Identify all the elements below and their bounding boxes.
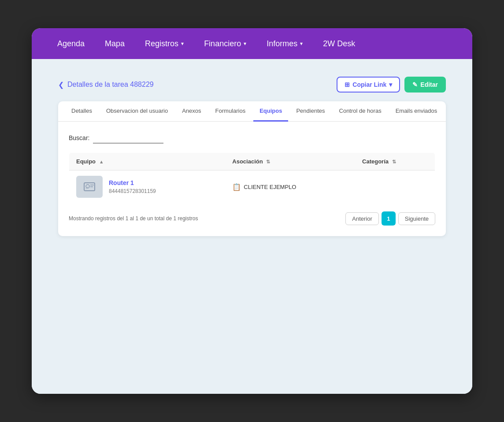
chevron-down-icon: ▾ (181, 41, 184, 47)
tab-control-horas[interactable]: Control de horas (333, 101, 388, 122)
app-window: Agenda Mapa Registros ▾ Financiero ▾ Inf… (32, 28, 472, 394)
col-categoria[interactable]: Categoría ⇅ (355, 153, 435, 170)
search-input[interactable] (93, 132, 163, 144)
equipo-cell: Router 1 8444815728301159 (69, 170, 226, 204)
sort-icon: ▲ (99, 159, 104, 164)
chevron-down-icon: ▾ (389, 81, 392, 88)
pagination-controls: Anterior 1 Siguiente (345, 211, 435, 226)
table-row: Router 1 8444815728301159 📋 CLIENTE EJEM… (69, 170, 435, 204)
equipo-thumbnail (76, 176, 103, 198)
tab-pendientes[interactable]: Pendientes (290, 101, 331, 122)
tab-valores[interactable]: Valores (445, 101, 446, 122)
next-page-button[interactable]: Siguiente (398, 212, 435, 225)
equipo-info: Router 1 8444815728301159 (109, 179, 156, 194)
svg-point-1 (86, 185, 89, 188)
col-asociacion[interactable]: Asociación ⇅ (225, 153, 355, 170)
association-icon: 📋 (232, 183, 241, 191)
chevron-down-icon: ▾ (244, 41, 246, 47)
detail-card: Detalles Observacion del usuario Anexos … (58, 101, 446, 236)
tab-emails[interactable]: Emails enviados (389, 101, 444, 122)
tab-detalles[interactable]: Detalles (65, 101, 98, 122)
col-equipo[interactable]: Equipo ▲ (69, 153, 226, 170)
breadcrumb-row: ❮ Detalles de la tarea 488229 ⊞ Copiar L… (58, 77, 446, 93)
nav-agenda[interactable]: Agenda (49, 36, 93, 52)
current-page-indicator[interactable]: 1 (382, 211, 396, 226)
nav-registros[interactable]: Registros ▾ (137, 36, 192, 52)
nav-mapa[interactable]: Mapa (97, 36, 133, 52)
sort-icon: ⇅ (266, 159, 270, 164)
main-content: ❮ Detalles de la tarea 488229 ⊞ Copiar L… (32, 59, 472, 394)
sort-icon: ⇅ (392, 159, 396, 164)
tab-equipos[interactable]: Equipos (253, 101, 288, 122)
search-row: Buscar: (69, 132, 435, 144)
breadcrumb[interactable]: ❮ Detalles de la tarea 488229 (58, 81, 154, 89)
categoria-cell (355, 170, 435, 204)
prev-page-button[interactable]: Anterior (345, 212, 379, 225)
top-nav: Agenda Mapa Registros ▾ Financiero ▾ Inf… (32, 28, 472, 59)
action-buttons: ⊞ Copiar Link ▾ ✎ Editar (337, 77, 446, 93)
asociacion-cell: 📋 CLIENTE EJEMPLO (225, 170, 355, 204)
tab-formularios[interactable]: Formularios (209, 101, 252, 122)
equipos-table: Equipo ▲ Asociación ⇅ Categoría ⇅ (69, 152, 435, 204)
search-label: Buscar: (69, 134, 89, 141)
nav-financiero[interactable]: Financiero ▾ (196, 36, 254, 52)
chevron-down-icon: ▾ (300, 41, 303, 47)
share-icon: ⊞ (345, 81, 350, 88)
nav-2wdesk[interactable]: 2W Desk (315, 36, 363, 52)
association-name: CLIENTE EJEMPLO (244, 184, 296, 190)
tabs-row: Detalles Observacion del usuario Anexos … (58, 101, 446, 122)
chevron-left-icon: ❮ (58, 81, 64, 89)
tab-anexos[interactable]: Anexos (176, 101, 207, 122)
copy-link-button[interactable]: ⊞ Copiar Link ▾ (337, 77, 400, 93)
equipos-panel: Buscar: Equipo ▲ Asociación (58, 122, 446, 236)
edit-button[interactable]: ✎ Editar (404, 77, 446, 93)
nav-informes[interactable]: Informes ▾ (259, 36, 311, 52)
pagination-row: Mostrando registros del 1 al 1 de un tot… (69, 211, 435, 226)
equipo-serial: 8444815728301159 (109, 188, 156, 194)
breadcrumb-label: Detalles de la tarea 488229 (67, 81, 154, 89)
equipo-name[interactable]: Router 1 (109, 179, 156, 186)
records-info: Mostrando registros del 1 al 1 de un tot… (69, 215, 198, 222)
pencil-icon: ✎ (412, 81, 418, 88)
tab-observacion[interactable]: Observacion del usuario (100, 101, 174, 122)
